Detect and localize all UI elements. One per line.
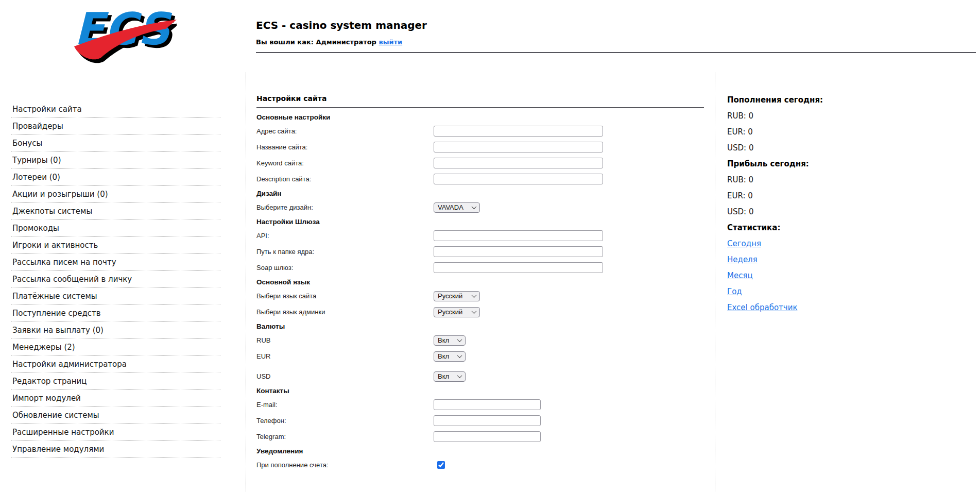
text-input[interactable] [434, 126, 603, 137]
select-dropdown[interactable]: Вкл [434, 371, 466, 382]
chevron-down-icon [457, 373, 462, 378]
logout-link[interactable]: выйти [379, 38, 402, 46]
stat-value: 0 [749, 143, 754, 152]
section-header: Основные настройки [256, 113, 704, 122]
stat-line: EUR: 0 [727, 191, 974, 201]
form-row: Выбери язык сайта Русский [256, 291, 704, 301]
sidebar-item[interactable]: Платёжные системы [11, 288, 220, 305]
chevron-down-icon [457, 353, 462, 358]
field-label: При пополнение счета: [256, 461, 434, 469]
text-input[interactable] [434, 230, 603, 241]
stats-link[interactable]: Год [727, 287, 742, 296]
form-row: Название сайта: [256, 142, 704, 152]
selected-value: VAVADA [438, 203, 463, 211]
section-header: Основной язык [256, 278, 704, 286]
admin-page: { "header": { "logo_text": "ECS", "title… [0, 0, 980, 492]
text-input[interactable] [434, 246, 603, 257]
field-label: API: [256, 232, 434, 240]
header-divider [256, 52, 976, 53]
stats-link[interactable]: Месяц [727, 271, 753, 280]
text-input[interactable] [434, 174, 603, 184]
logged-in-text: Вы вошли как: Администратор [256, 38, 376, 46]
sidebar-item[interactable]: Джекпоты системы [11, 203, 220, 220]
text-input[interactable] [434, 399, 541, 410]
ecs-logo: ECS ECS [71, 6, 177, 64]
section-header: Валюты [256, 323, 704, 331]
selected-value: Вкл [438, 352, 449, 360]
stat-value: 0 [748, 191, 753, 200]
select-dropdown[interactable]: VAVADA [434, 202, 480, 213]
sidebar-item[interactable]: Редактор страниц [11, 373, 220, 390]
sidebar-item[interactable]: Турниры (0) [11, 152, 220, 169]
stat-line: RUB: 0 [727, 175, 974, 185]
sidebar-item[interactable]: Лотереи (0) [11, 169, 220, 186]
select-dropdown[interactable]: Вкл [434, 351, 466, 362]
header: ECS - casino system manager Вы вошли как… [256, 19, 976, 53]
text-input[interactable] [434, 415, 541, 426]
sidebar-item[interactable]: Заявки на выплату (0) [11, 322, 220, 339]
sidebar-item[interactable]: Рассылка сообщений в личку [11, 271, 220, 288]
select-dropdown[interactable]: Русский [434, 291, 480, 301]
text-input[interactable] [434, 431, 541, 442]
stat-label: EUR: [727, 191, 745, 200]
sidebar-item[interactable]: Рассылка писем на почту [11, 254, 220, 271]
text-input[interactable] [434, 142, 603, 152]
select-dropdown[interactable]: Русский [434, 307, 480, 317]
stat-label: RUB: [727, 111, 746, 121]
text-input[interactable] [434, 262, 603, 273]
select-dropdown[interactable]: Вкл [434, 335, 466, 346]
form-row: Путь к папке ядра: [256, 246, 704, 257]
stats-link[interactable]: Excel обработчик [727, 303, 797, 312]
sidebar-item[interactable]: Бонусы [11, 135, 220, 152]
field-label: Телефон: [256, 417, 434, 425]
stat-label: USD: [727, 207, 746, 216]
form-row: Soap шлюз: [256, 262, 704, 273]
stats-heading: Статистика: [727, 223, 974, 233]
sidebar-item[interactable]: Управление модулями [11, 441, 220, 458]
sidebar-item[interactable]: Импорт модулей [11, 390, 220, 407]
section-header: Контакты [256, 387, 704, 395]
sidebar-item[interactable]: Акции и розыгрыши (0) [11, 186, 220, 203]
sidebar-item[interactable]: Промокоды [11, 220, 220, 237]
sidebar-item[interactable]: Настройки администратора [11, 356, 220, 373]
field-label: Выбери язык сайта [256, 292, 434, 300]
selected-value: Вкл [438, 336, 449, 344]
field-label: Выберите дизайн: [256, 203, 434, 211]
form-row: Выбери язык админки Русский [256, 307, 704, 317]
stats-link[interactable]: Сегодня [727, 239, 761, 248]
sidebar-item[interactable]: Расширенные настройки [11, 424, 220, 441]
field-label: E-mail: [256, 401, 434, 409]
form-row: Телефон: [256, 415, 704, 426]
form-row: RUB Вкл [256, 335, 704, 346]
section-header: Дизайн [256, 190, 704, 198]
stat-value: 0 [749, 175, 754, 184]
field-label: Название сайта: [256, 143, 434, 151]
field-label: RUB [256, 336, 434, 344]
form-row: USD Вкл [256, 371, 704, 382]
stat-value: 0 [748, 127, 753, 137]
field-label: Keyword сайта: [256, 159, 434, 167]
sidebar-item[interactable]: Поступление средств [11, 305, 220, 322]
stat-label: USD: [727, 143, 746, 152]
form-row: Адрес сайта: [256, 126, 704, 137]
sidebar-item[interactable]: Настройки сайта [11, 101, 220, 118]
stat-line: EUR: 0 [727, 127, 974, 137]
stats-link-line: Год [727, 287, 974, 297]
selected-value: Русский [438, 292, 462, 300]
sidebar-item[interactable]: Обновление системы [11, 407, 220, 424]
notification-checkbox[interactable] [437, 461, 445, 469]
form-row: EUR Вкл [256, 351, 704, 362]
stat-label: EUR: [727, 127, 745, 137]
text-input[interactable] [434, 158, 603, 168]
chevron-down-icon [472, 293, 477, 298]
field-label: Путь к папке ядра: [256, 248, 434, 256]
sidebar-item[interactable]: Провайдеры [11, 118, 220, 135]
field-label: USD [256, 372, 434, 380]
field-label: Soap шлюз: [256, 264, 434, 272]
stats-link[interactable]: Неделя [727, 255, 758, 264]
sidebar-item[interactable]: Игроки и активность [11, 237, 220, 254]
section-header: Уведомления [256, 447, 704, 455]
sidebar-item[interactable]: Менеджеры (2) [11, 339, 220, 356]
stats-link-line: Excel обработчик [727, 303, 974, 313]
form-row: Description сайта: [256, 174, 704, 184]
